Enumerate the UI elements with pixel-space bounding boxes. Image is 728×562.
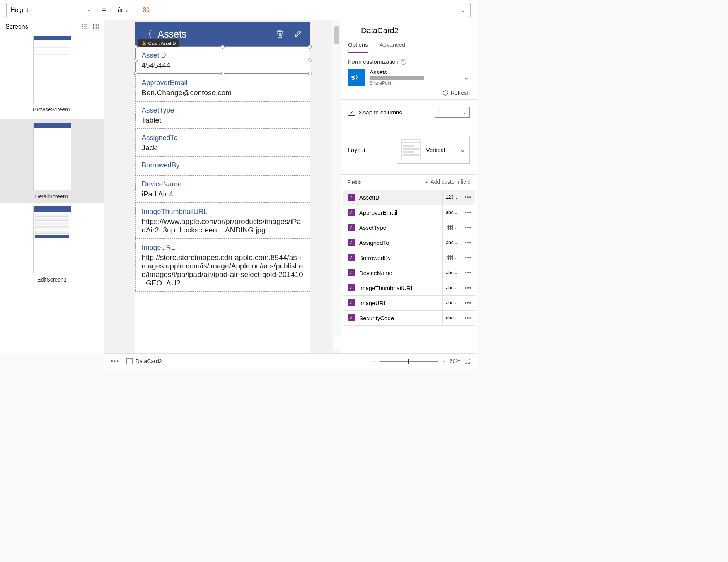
- field-type-dropdown[interactable]: abc⌄: [442, 296, 461, 310]
- card-value: Jack: [142, 143, 303, 152]
- fx-button[interactable]: fx ⌄: [114, 3, 133, 17]
- field-type-dropdown[interactable]: ⌄: [442, 250, 461, 265]
- field-checkbox[interactable]: ✓: [348, 254, 355, 261]
- canvas-scrollbar[interactable]: [332, 20, 341, 353]
- field-more-button[interactable]: •••: [461, 265, 475, 280]
- screens-panel: Screens: [0, 20, 104, 353]
- datacard[interactable]: BorrowedBy: [135, 156, 310, 175]
- back-icon[interactable]: 〈: [143, 28, 152, 40]
- properties-tabs: Options Advanced: [341, 38, 477, 53]
- datacard[interactable]: ApproverEmail Ben.Change@contoso.com: [135, 74, 310, 101]
- field-more-button[interactable]: •••: [461, 280, 475, 295]
- add-custom-field-button[interactable]: ＋ Add custom field: [424, 179, 471, 186]
- breadcrumb-checkbox[interactable]: [126, 358, 133, 364]
- svg-rect-8: [94, 27, 95, 29]
- field-more-button[interactable]: •••: [461, 220, 475, 235]
- tab-options[interactable]: Options: [348, 38, 368, 53]
- datacard-assetid[interactable]: AssetID 4545444: [135, 46, 310, 74]
- svg-rect-10: [447, 225, 453, 230]
- app-preview[interactable]: 〈 Assets 🔒 Card : AssetID: [135, 22, 310, 353]
- field-more-button[interactable]: •••: [461, 190, 475, 205]
- datacard[interactable]: ImageURL http://store.storeimages.cdn-ap…: [135, 239, 310, 292]
- field-row[interactable]: ✓ ImageURL abc⌄ •••: [343, 295, 475, 311]
- field-more-button[interactable]: •••: [461, 250, 475, 265]
- card-value: https://www.apple.com/br/pr/products/ima…: [142, 217, 303, 234]
- help-icon[interactable]: ?: [401, 59, 406, 65]
- screen-thumb-edit[interactable]: EditScreen1: [0, 203, 104, 289]
- screen-thumb-detail[interactable]: DetailScreen1: [0, 119, 104, 203]
- field-type-dropdown[interactable]: abc⌄: [442, 205, 461, 220]
- field-checkbox[interactable]: ✓: [348, 299, 355, 306]
- edit-icon[interactable]: [294, 29, 302, 39]
- chevron-down-icon: ⌄: [125, 7, 129, 13]
- layout-thumb-icon: [401, 139, 421, 160]
- field-type-dropdown[interactable]: abc⌄: [442, 280, 461, 295]
- field-type-dropdown[interactable]: 123⌄: [442, 190, 461, 205]
- datacard[interactable]: DeviceName iPad Air 4: [135, 175, 310, 203]
- columns-dropdown[interactable]: 1 ⌄: [435, 107, 470, 118]
- field-row[interactable]: ✓ ImageThumbnailURL abc⌄ •••: [343, 280, 475, 296]
- zoom-in-button[interactable]: +: [442, 358, 446, 365]
- svg-point-0: [82, 24, 83, 25]
- list-view-icon[interactable]: [82, 24, 88, 29]
- field-name: ImageURL: [359, 300, 442, 306]
- field-type-dropdown[interactable]: ⌄: [442, 220, 461, 235]
- form-customization-label: Form customization: [348, 58, 399, 65]
- properties-panel: DataCard2 Options Advanced Form customiz…: [341, 20, 477, 353]
- field-name: AssetType: [359, 224, 442, 231]
- datacard[interactable]: AssetType Tablet: [135, 101, 310, 129]
- field-checkbox[interactable]: ✓: [348, 239, 355, 246]
- card-value: iPad Air 4: [142, 190, 303, 198]
- field-row[interactable]: ✓ SecurityCode abc⌄ •••: [343, 310, 475, 326]
- field-checkbox[interactable]: ✓: [348, 269, 355, 276]
- field-more-button[interactable]: •••: [461, 235, 475, 250]
- screen-thumb-browse[interactable]: BrowseScreen1: [0, 33, 104, 119]
- property-dropdown[interactable]: Height ⌄: [6, 3, 95, 17]
- status-bar: ••• DataCard2 − + 60%: [104, 353, 477, 369]
- field-row[interactable]: ✓ AssetID 123⌄ •••: [343, 190, 475, 205]
- svg-rect-15: [447, 255, 453, 260]
- grid-view-icon[interactable]: [93, 24, 99, 29]
- formula-input[interactable]: 80 ⌄: [138, 3, 471, 17]
- card-label: AssetID: [142, 51, 303, 60]
- datacard[interactable]: ImageThumbnailURL https://www.apple.com/…: [135, 203, 310, 239]
- field-checkbox[interactable]: ✓: [348, 209, 355, 216]
- zoom-slider[interactable]: [380, 361, 438, 362]
- field-checkbox[interactable]: ✓: [348, 194, 355, 201]
- more-icon[interactable]: •••: [111, 358, 119, 365]
- card-label: ApproverEmail: [142, 79, 303, 87]
- field-name: SecurityCode: [359, 315, 442, 321]
- svg-point-2: [82, 26, 83, 27]
- card-label: AssignedTo: [142, 134, 303, 142]
- fit-screen-icon[interactable]: [464, 358, 471, 364]
- field-checkbox[interactable]: ✓: [348, 314, 355, 321]
- chevron-down-icon: ⌄: [462, 109, 466, 115]
- field-row[interactable]: ✓ ApproverEmail abc⌄ •••: [343, 205, 475, 220]
- field-more-button[interactable]: •••: [461, 296, 475, 310]
- field-checkbox[interactable]: ✓: [348, 284, 355, 291]
- field-checkbox[interactable]: ✓: [348, 224, 355, 231]
- refresh-button[interactable]: Refresh: [341, 86, 477, 96]
- snap-checkbox[interactable]: ✓: [348, 109, 355, 116]
- selection-checkbox[interactable]: [348, 27, 356, 35]
- chevron-down-icon[interactable]: ⌄: [464, 73, 470, 82]
- datacard[interactable]: AssignedTo Jack: [135, 129, 310, 156]
- field-type-dropdown[interactable]: abc⌄: [442, 311, 461, 325]
- card-value: Tablet: [142, 116, 303, 125]
- datasource-name: Assets: [370, 69, 459, 75]
- field-row[interactable]: ✓ AssetType ⌄ •••: [343, 220, 475, 235]
- field-type-dropdown[interactable]: abc⌄: [442, 265, 461, 280]
- trash-icon[interactable]: [276, 29, 284, 39]
- field-row[interactable]: ✓ BorrowedBy ⌄ •••: [343, 250, 475, 265]
- field-row[interactable]: ✓ DeviceName abc⌄ •••: [343, 265, 475, 280]
- app-header: 〈 Assets 🔒 Card : AssetID: [135, 22, 310, 46]
- tab-advanced[interactable]: Advanced: [380, 38, 406, 53]
- field-type-dropdown[interactable]: abc⌄: [442, 235, 461, 250]
- field-more-button[interactable]: •••: [461, 311, 475, 325]
- layout-dropdown[interactable]: Vertical ⌄: [397, 136, 470, 164]
- sharepoint-icon: s〉: [348, 69, 365, 86]
- field-row[interactable]: ✓ AssignedTo abc⌄ •••: [343, 235, 475, 250]
- zoom-out-button[interactable]: −: [373, 358, 376, 365]
- field-more-button[interactable]: •••: [461, 205, 475, 220]
- chevron-down-icon: ⌄: [460, 145, 465, 154]
